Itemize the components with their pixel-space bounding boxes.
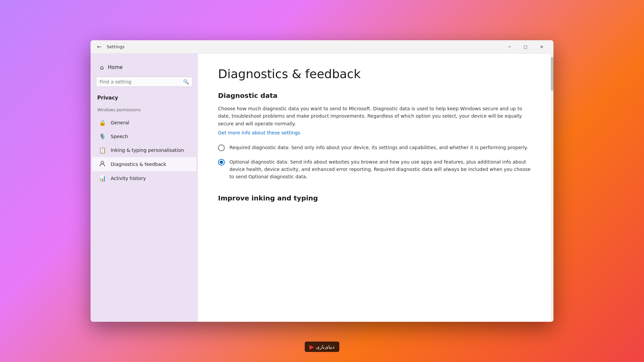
watermark-icon: ▶ — [310, 343, 314, 350]
window-controls: ─ □ ✕ — [502, 42, 549, 52]
activity-label: Activity history — [111, 176, 146, 181]
main-content: Diagnostics & feedback Diagnostic data C… — [198, 54, 553, 322]
improve-inking-title: Improve inking and typing — [218, 194, 533, 202]
titlebar-title: Settings — [107, 44, 502, 49]
optional-label: Optional diagnostic data: Send info abou… — [229, 158, 533, 181]
close-button[interactable]: ✕ — [534, 42, 549, 52]
content-area: ⌂ Home 🔍 Privacy Windows permissions 🔒 G… — [91, 54, 553, 322]
svg-point-0 — [101, 161, 104, 164]
search-box: 🔍 — [96, 77, 193, 87]
radio-group: Required diagnostic data: Send only info… — [218, 144, 533, 181]
watermark-brand: دنیای‌بازی — [316, 344, 334, 350]
general-label: General — [111, 120, 129, 125]
settings-window: ← Settings ─ □ ✕ ⌂ Home 🔍 — [91, 40, 553, 322]
more-info-link[interactable]: Get more info about these settings — [218, 130, 300, 135]
inking-icon: 📋 — [99, 147, 106, 154]
diagnostic-description: Choose how much diagnostic data you want… — [218, 105, 533, 127]
sidebar: ⌂ Home 🔍 Privacy Windows permissions 🔒 G… — [91, 54, 198, 322]
speech-label: Speech — [111, 134, 128, 139]
windows-permissions-label: Windows permissions — [91, 106, 198, 116]
scrollbar-thumb[interactable] — [551, 57, 553, 90]
speech-icon: 🎙️ — [99, 133, 106, 140]
diagnostics-label: Diagnostics & feedback — [111, 162, 166, 167]
home-label: Home — [108, 64, 122, 70]
inking-section: Improve inking and typing — [218, 194, 533, 202]
maximize-button[interactable]: □ — [518, 42, 533, 52]
lock-icon: 🔒 — [99, 119, 106, 126]
search-icon: 🔍 — [183, 79, 189, 84]
privacy-section-label: Privacy — [91, 94, 198, 106]
scrollbar[interactable] — [551, 54, 553, 322]
required-option[interactable]: Required diagnostic data: Send only info… — [218, 144, 533, 151]
sidebar-item-activity[interactable]: 📊 Activity history — [92, 172, 197, 185]
activity-icon: 📊 — [99, 175, 106, 182]
back-button[interactable]: ← — [95, 42, 104, 52]
sidebar-item-diagnostics[interactable]: Diagnostics & feedback — [92, 157, 197, 171]
optional-radio[interactable] — [218, 159, 225, 166]
required-label: Required diagnostic data: Send only info… — [229, 144, 528, 151]
diagnostics-icon — [99, 161, 106, 168]
titlebar: ← Settings ─ □ ✕ — [91, 40, 553, 54]
search-input[interactable] — [100, 79, 180, 84]
sidebar-item-general[interactable]: 🔒 General — [92, 116, 197, 129]
sidebar-item-home[interactable]: ⌂ Home — [93, 60, 195, 74]
sidebar-item-speech[interactable]: 🎙️ Speech — [92, 130, 197, 143]
optional-option[interactable]: Optional diagnostic data: Send info abou… — [218, 158, 533, 181]
diagnostic-data-title: Diagnostic data — [218, 92, 533, 100]
sidebar-item-inking[interactable]: 📋 Inking & typing personalisation — [92, 143, 197, 157]
required-radio[interactable] — [218, 144, 225, 151]
home-icon: ⌂ — [100, 64, 104, 71]
inking-label: Inking & typing personalisation — [111, 147, 184, 153]
watermark: ▶ دنیای‌بازی — [305, 342, 339, 352]
minimize-button[interactable]: ─ — [502, 42, 517, 52]
page-title: Diagnostics & feedback — [218, 67, 533, 81]
